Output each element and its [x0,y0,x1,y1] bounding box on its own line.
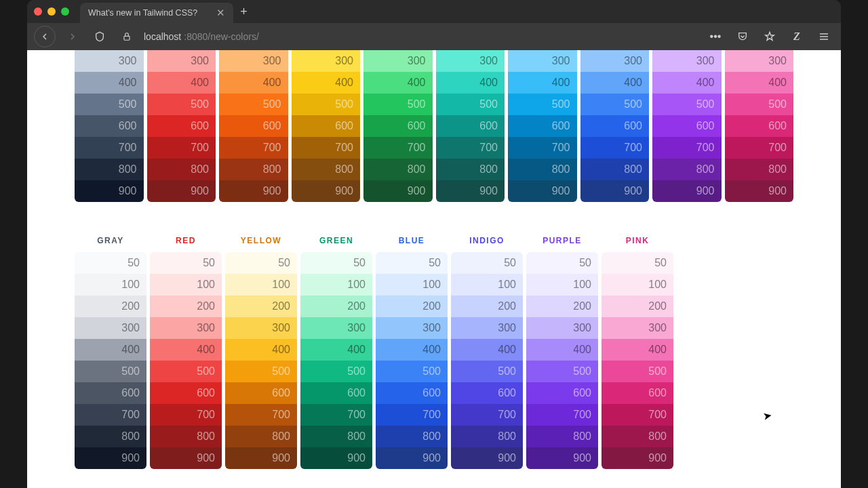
color-swatch[interactable]: 600 [580,115,650,137]
color-swatch[interactable]: 50 [601,252,673,274]
color-swatch[interactable]: 500 [75,94,144,115]
color-swatch[interactable]: 300 [75,50,144,72]
color-swatch[interactable]: 400 [508,72,577,94]
color-swatch[interactable]: 400 [219,72,288,94]
color-swatch[interactable]: 700 [219,137,288,159]
color-swatch[interactable]: 50 [75,252,146,274]
color-swatch[interactable]: 300 [526,317,598,339]
color-swatch[interactable]: 600 [526,382,598,404]
color-swatch[interactable]: 400 [526,339,598,361]
color-swatch[interactable]: 300 [436,50,505,72]
color-swatch[interactable]: 200 [376,296,448,317]
color-swatch[interactable]: 800 [580,159,650,180]
color-swatch[interactable]: 800 [363,159,433,180]
color-swatch[interactable]: 600 [219,115,288,137]
color-swatch[interactable]: 400 [436,72,505,94]
color-swatch[interactable]: 400 [147,72,216,94]
color-swatch[interactable]: 300 [725,50,794,72]
color-swatch[interactable]: 500 [150,361,222,382]
color-swatch[interactable]: 600 [363,115,433,137]
color-swatch[interactable]: 600 [75,382,146,404]
color-swatch[interactable]: 500 [292,94,361,115]
color-swatch[interactable]: 800 [451,426,523,447]
color-swatch[interactable]: 300 [601,317,673,339]
more-icon[interactable]: ••• [705,26,726,47]
color-swatch[interactable]: 100 [300,274,372,296]
color-swatch[interactable]: 900 [376,447,448,469]
color-swatch[interactable]: 900 [150,447,222,469]
color-swatch[interactable]: 50 [150,252,222,274]
color-swatch[interactable]: 500 [725,94,794,115]
color-swatch[interactable]: 400 [601,339,673,361]
color-swatch[interactable]: 800 [150,426,222,447]
color-swatch[interactable]: 800 [601,426,673,447]
shield-icon[interactable] [90,26,110,47]
color-swatch[interactable]: 800 [219,159,288,180]
color-swatch[interactable]: 500 [652,94,722,115]
color-swatch[interactable]: 700 [652,137,722,159]
color-swatch[interactable]: 900 [300,447,372,469]
new-tab-button[interactable]: + [240,5,248,19]
color-swatch[interactable]: 500 [436,94,505,115]
color-swatch[interactable]: 200 [451,296,523,317]
color-swatch[interactable]: 400 [150,339,222,361]
color-swatch[interactable]: 800 [508,159,577,180]
color-swatch[interactable]: 900 [75,447,146,469]
color-swatch[interactable]: 800 [436,159,505,180]
color-swatch[interactable]: 600 [75,115,144,137]
back-button[interactable] [34,26,56,47]
color-swatch[interactable]: 300 [150,317,222,339]
color-swatch[interactable]: 200 [225,296,297,317]
color-swatch[interactable]: 400 [580,72,650,94]
color-swatch[interactable]: 500 [300,361,372,382]
color-swatch[interactable]: 800 [300,426,372,447]
color-swatch[interactable]: 800 [147,159,216,180]
color-swatch[interactable]: 500 [508,94,577,115]
color-swatch[interactable]: 900 [601,447,673,469]
color-swatch[interactable]: 600 [436,115,505,137]
color-swatch[interactable]: 300 [652,50,722,72]
color-swatch[interactable]: 600 [300,382,372,404]
color-swatch[interactable]: 300 [363,50,433,72]
color-swatch[interactable]: 200 [150,296,222,317]
color-swatch[interactable]: 900 [725,180,794,202]
color-swatch[interactable]: 300 [147,50,216,72]
color-swatch[interactable]: 300 [75,317,146,339]
color-swatch[interactable]: 500 [219,94,288,115]
color-swatch[interactable]: 900 [219,180,288,202]
color-swatch[interactable]: 600 [725,115,794,137]
color-swatch[interactable]: 100 [526,274,598,296]
minimize-window-icon[interactable] [47,7,56,16]
color-swatch[interactable]: 600 [147,115,216,137]
color-swatch[interactable]: 800 [652,159,722,180]
color-swatch[interactable]: 500 [225,361,297,382]
color-swatch[interactable]: 300 [300,317,372,339]
color-swatch[interactable]: 400 [225,339,297,361]
color-swatch[interactable]: 50 [376,252,448,274]
color-swatch[interactable]: 400 [300,339,372,361]
color-swatch[interactable]: 600 [376,382,448,404]
pocket-icon[interactable] [732,26,753,47]
color-swatch[interactable]: 300 [376,317,448,339]
color-swatch[interactable]: 600 [508,115,577,137]
color-swatch[interactable]: 700 [436,137,505,159]
color-swatch[interactable]: 900 [75,180,144,202]
color-swatch[interactable]: 700 [292,137,361,159]
color-swatch[interactable]: 900 [508,180,577,202]
color-swatch[interactable]: 700 [451,404,523,426]
color-swatch[interactable]: 400 [725,72,794,94]
color-swatch[interactable]: 900 [436,180,505,202]
color-swatch[interactable]: 300 [451,317,523,339]
close-tab-icon[interactable]: ✕ [216,7,225,19]
color-swatch[interactable]: 400 [75,72,144,94]
color-swatch[interactable]: 500 [363,94,433,115]
color-swatch[interactable]: 50 [225,252,297,274]
color-swatch[interactable]: 50 [451,252,523,274]
color-swatch[interactable]: 500 [451,361,523,382]
color-swatch[interactable]: 300 [225,317,297,339]
color-swatch[interactable]: 900 [225,447,297,469]
color-swatch[interactable]: 600 [225,382,297,404]
color-swatch[interactable]: 500 [580,94,650,115]
bookmark-icon[interactable] [760,26,780,47]
color-swatch[interactable]: 100 [225,274,297,296]
